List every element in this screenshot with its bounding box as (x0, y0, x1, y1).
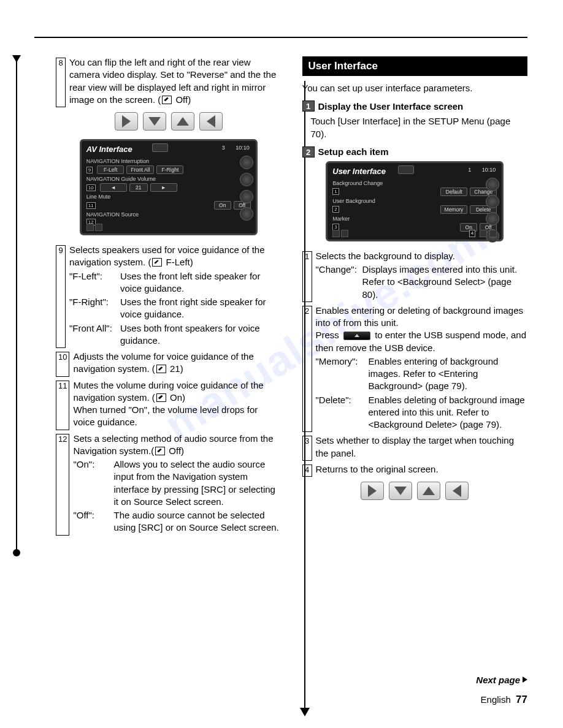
item-10-body: Adjusts the volume for voice guidance of… (73, 351, 281, 376)
def-term: "F-Right": (69, 296, 115, 321)
def-term: "On": (73, 458, 109, 508)
item-number-10: 10 (56, 352, 69, 377)
def-desc: Displays images entered into this unit. … (362, 264, 528, 301)
item-1-text: Selects the background to display. (316, 251, 455, 261)
side-icon (486, 195, 499, 208)
def-term: "Off": (73, 509, 109, 534)
nav-next-icon (115, 112, 138, 131)
row-label: NAVIGATION Guide Volume (86, 176, 251, 182)
item-3-body: Sets whether to display the target when … (316, 434, 528, 460)
nav-down-icon (389, 482, 412, 500)
eject-button-icon (343, 332, 370, 340)
left-guide-line (16, 56, 17, 553)
default-icon (162, 96, 172, 104)
screen-button: On (214, 201, 231, 210)
nav-prev-icon (445, 482, 469, 500)
screen-row: NAVIGATION Interruption 9 F-Left Front A… (86, 158, 251, 174)
screen-row: Line Mute 11 On Off (86, 194, 251, 210)
item-9-default: F-Left) (166, 257, 193, 267)
row-callout: 10 (86, 184, 96, 191)
next-arrow-icon (523, 677, 527, 683)
screen-row: NAVIGATION Source 12 (86, 211, 251, 226)
nav-arrows (302, 482, 528, 500)
item-8-text: You can flip the left and right of the r… (69, 57, 276, 105)
screen-bottom-right: 4 (469, 230, 497, 237)
section-title: User Interface (302, 56, 528, 76)
page-number: 77 (516, 694, 527, 705)
left-column: 8 You can flip the left and right of the… (34, 56, 282, 538)
screen-button: Memory (440, 205, 468, 214)
nav-prev-icon (199, 112, 223, 131)
side-icon (240, 173, 253, 186)
item-number-8: 8 (56, 58, 66, 107)
item-number-2: 2 (302, 306, 312, 433)
item-number-12: 12 (56, 434, 69, 536)
side-icon (486, 212, 499, 226)
side-icon (486, 178, 499, 191)
default-icon (156, 365, 166, 373)
list-item-12: 12 Sets a selecting method of audio sour… (56, 433, 282, 534)
screen-page: 1 (468, 167, 471, 173)
screen-button: Default (440, 188, 467, 196)
nav-down-icon (143, 112, 166, 131)
row-label: NAVIGATION Source (86, 211, 251, 218)
item-11-default: On) (170, 392, 185, 403)
side-icon (240, 156, 253, 169)
list-item-9: 9 Selects speakers used for voice guidan… (56, 244, 282, 347)
default-icon (155, 447, 165, 455)
row-label: Marker (332, 216, 497, 222)
screen-row: NAVIGATION Guide Volume 10 ◄ 21 ► (86, 176, 251, 192)
screen-bottom-left (332, 230, 348, 237)
item-11-body: Mutes the volume during voice guidance o… (73, 379, 281, 429)
side-icon (240, 190, 253, 203)
user-interface-screenshot: User Interface 1 10:10 Background Change… (326, 161, 504, 241)
step-1-heading: 1 Display the User Interface screen (302, 100, 528, 112)
def-desc: Enables entering of background images. R… (369, 355, 528, 393)
row-label: Line Mute (86, 194, 251, 200)
next-page-label: Next page (476, 675, 527, 685)
footer-lang-page: English 77 (476, 694, 527, 706)
item-12-default: Off) (169, 446, 184, 456)
row-callout: 4 (469, 230, 475, 237)
screen-row: User Background 2 Memory Delete (332, 198, 497, 214)
page-footer: Next page English 77 (476, 675, 527, 706)
screen-side-icons (240, 156, 253, 221)
item-number-1: 1 (302, 251, 312, 302)
item-number-11: 11 (56, 381, 69, 430)
screen-button: ◄ (100, 183, 127, 192)
item-11-text1: Mutes the volume during voice guidance o… (73, 380, 263, 403)
def-term: "Delete": (316, 394, 364, 431)
list-item-3: 3 Sets whether to display the target whe… (302, 434, 528, 460)
item-number-4: 4 (302, 464, 312, 477)
screen-time: 10:10 (482, 167, 496, 173)
def-desc: Uses the front right side speaker for vo… (120, 296, 282, 321)
left-guide-dot (13, 549, 20, 556)
row-callout: 11 (86, 202, 96, 209)
list-item-1: 1 Selects the background to display. "Ch… (302, 250, 528, 301)
screen-row: Background Change 1 Default Change (332, 180, 497, 196)
list-item-8: 8 You can flip the left and right of the… (56, 56, 282, 106)
item-2-text2a: Press (316, 330, 342, 340)
section-intro: You can set up user interface parameters… (302, 82, 528, 94)
screen-back-icon (152, 143, 168, 152)
item-8-body: You can flip the left and right of the r… (69, 56, 282, 106)
screen-button: ► (150, 183, 177, 192)
item-10-default: 21) (170, 363, 183, 374)
screen-title: AV Interface (86, 145, 132, 154)
nav-arrows (56, 112, 282, 131)
right-column: User Interface You can set up user inter… (296, 56, 528, 538)
def-desc: Enables deleting of background image ent… (369, 394, 528, 431)
item-1-body: Selects the background to display. "Chan… (316, 250, 528, 301)
def-desc: Allows you to select the audio source in… (113, 458, 281, 508)
default-icon (152, 258, 162, 267)
def-term: "Memory": (316, 355, 364, 393)
av-interface-screenshot: AV Interface 3 10:10 NAVIGATION Interrup… (80, 139, 258, 235)
center-divider-arrow (300, 708, 310, 716)
def-desc: Uses the front left side speaker for voi… (120, 270, 282, 295)
step-1-title: Display the User Interface screen (318, 101, 464, 112)
def-term: "Change": (316, 264, 358, 301)
page-content: 8 You can flip the left and right of the… (34, 37, 527, 538)
list-item-10: 10 Adjusts the volume for voice guidance… (56, 351, 282, 376)
step-1-text: Touch [User Interface] in the SETUP Menu… (302, 115, 528, 140)
def-desc: The audio source cannot be selected usin… (113, 509, 281, 534)
